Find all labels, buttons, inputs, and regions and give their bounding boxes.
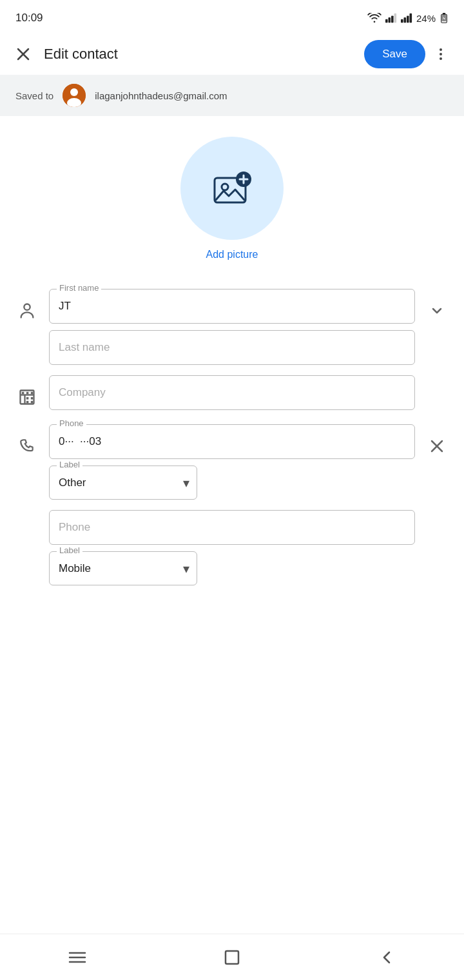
svg-rect-1 [388, 17, 391, 23]
phone-field-1: Phone [49, 424, 415, 459]
svg-point-17 [70, 88, 78, 96]
label-dropdown-2: Label Mobile Home Work Other Custom ▾ [49, 551, 197, 585]
name-row: First name [0, 284, 464, 370]
svg-rect-3 [394, 14, 396, 23]
svg-rect-28 [22, 392, 24, 395]
svg-rect-0 [385, 19, 388, 23]
saved-email: ilaganjohnthadeus@gmail.com [95, 90, 227, 101]
phone-input-1[interactable] [49, 424, 415, 459]
svg-point-20 [222, 184, 228, 190]
phone-row-1: Phone Label Mobile Home Work Other Custo… [0, 419, 464, 505]
form-section: First name [0, 273, 464, 642]
status-icons: 24% [367, 13, 449, 24]
svg-rect-29 [26, 392, 29, 395]
svg-rect-9 [443, 13, 445, 14]
svg-rect-2 [391, 15, 394, 23]
svg-rect-6 [407, 15, 409, 23]
phone-fields-1: Phone Label Mobile Home Work Other Custo… [49, 424, 415, 500]
back-icon [378, 949, 395, 966]
svg-point-15 [440, 57, 442, 60]
company-fields [49, 375, 415, 410]
svg-rect-32 [31, 397, 34, 400]
phone-icon-area [13, 424, 41, 463]
company-icon [18, 388, 36, 406]
wifi-icon [367, 13, 382, 23]
close-button[interactable] [10, 41, 36, 67]
first-name-field: First name [49, 289, 415, 324]
signal2-icon [401, 13, 412, 23]
battery-text: 24% [416, 13, 436, 24]
label-2-heading: Label [57, 545, 82, 555]
company-input[interactable] [49, 375, 415, 410]
avatar [63, 84, 86, 107]
person-icon [18, 302, 36, 320]
svg-rect-4 [401, 19, 403, 23]
company-field [49, 375, 415, 410]
saved-banner: Saved to ilaganjohnthadeus@gmail.com [0, 75, 464, 116]
label-1-heading: Label [57, 460, 82, 469]
more-button[interactable] [428, 41, 454, 67]
person-icon-area [13, 289, 41, 328]
first-name-label: First name [57, 283, 101, 293]
phone-input-2[interactable] [49, 510, 415, 545]
phone-field-2 [49, 510, 415, 545]
name-fields: First name [49, 289, 415, 365]
save-button[interactable]: Save [364, 40, 425, 68]
menu-icon [68, 950, 86, 965]
home-icon [224, 949, 240, 966]
svg-rect-40 [226, 951, 238, 964]
phone-label-1: Phone [57, 418, 86, 428]
company-icon-area [13, 375, 41, 414]
phone-icon [19, 438, 35, 455]
photo-section: Add picture [0, 116, 464, 273]
signal-icon [385, 13, 397, 23]
battery-icon [440, 13, 449, 23]
svg-rect-31 [26, 397, 29, 400]
nav-back-button[interactable] [367, 938, 406, 977]
last-name-input[interactable] [49, 330, 415, 365]
label-dropdown-1: Label Mobile Home Work Other Custom ▾ [49, 466, 197, 500]
svg-rect-33 [26, 401, 29, 404]
label-select-2[interactable]: Mobile Home Work Other Custom [49, 551, 197, 585]
status-time: 10:09 [15, 12, 43, 24]
add-picture-button[interactable]: Add picture [206, 249, 258, 260]
nav-menu-button[interactable] [58, 938, 97, 977]
svg-rect-34 [31, 401, 34, 404]
phone-fields-2: Label Mobile Home Work Other Custom ▾ [49, 510, 415, 585]
add-photo-icon [209, 168, 255, 209]
company-row [0, 370, 464, 419]
last-name-field [49, 330, 415, 365]
svg-rect-5 [403, 17, 406, 23]
svg-rect-7 [409, 14, 412, 23]
phone-2-action [423, 510, 451, 549]
saved-to-label: Saved to [15, 90, 53, 101]
nav-home-button[interactable] [213, 938, 251, 977]
svg-point-14 [440, 53, 442, 55]
first-name-input[interactable] [49, 289, 415, 324]
svg-point-13 [440, 48, 442, 51]
status-bar: 10:09 24% [0, 0, 464, 34]
svg-point-24 [24, 304, 30, 310]
photo-circle[interactable] [180, 137, 284, 240]
phone-row-2: Label Mobile Home Work Other Custom ▾ [0, 505, 464, 591]
remove-phone-1-button[interactable] [423, 424, 451, 463]
bottom-nav [0, 934, 464, 980]
page-title: Edit contact [36, 46, 364, 63]
svg-rect-30 [31, 392, 34, 395]
app-bar: Edit contact Save [0, 34, 464, 75]
label-select-1[interactable]: Mobile Home Work Other Custom [49, 466, 197, 500]
expand-name-button[interactable] [423, 289, 451, 328]
company-action [423, 375, 451, 414]
